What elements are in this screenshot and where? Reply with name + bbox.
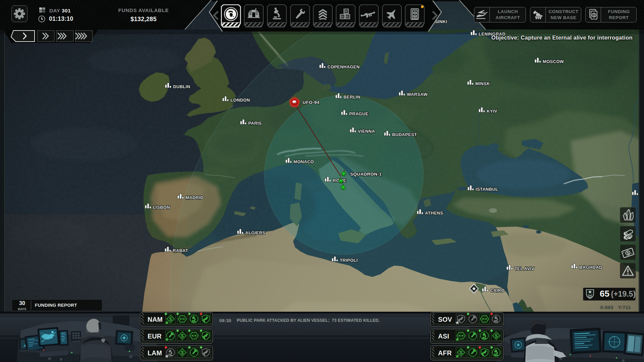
svg-text:$: $ [181,333,184,339]
svg-text:CAIRO: CAIRO [490,288,504,293]
svg-text:TEL AVIV: TEL AVIV [515,266,534,271]
svg-text:TRIPOLI: TRIPOLI [340,258,358,263]
svg-text:LISBON: LISBON [153,205,170,210]
svg-text:ATHENS: ATHENS [425,210,443,216]
svg-text:WARSAW: WARSAW [407,92,428,97]
svg-text:RABAT: RABAT [173,248,188,253]
svg-text:PRAGUE: PRAGUE [349,111,368,116]
svg-text:PARIS: PARIS [248,121,262,126]
svg-text:MADRID: MADRID [185,195,204,200]
svg-text:MONACO: MONACO [293,159,314,164]
svg-text:LONDON: LONDON [230,98,250,103]
svg-text:ISTANBUL: ISTANBUL [476,187,498,192]
svg-text:$: $ [181,350,184,355]
svg-text:VIENNA: VIENNA [358,129,375,134]
svg-text:ALGIERS: ALGIERS [245,230,265,235]
svg-text:BERLIN: BERLIN [343,95,360,100]
svg-text:MOSCOW: MOSCOW [543,59,564,64]
svg-text:SQUADRON-1: SQUADRON-1 [350,172,382,177]
svg-text:MINSK: MINSK [475,81,490,86]
svg-text:BUDAPEST: BUDAPEST [392,132,417,137]
svg-text:COPENHAGEN: COPENHAGEN [327,64,360,69]
svg-text:$: $ [495,333,498,339]
svg-text:BAGHDAD: BAGHDAD [579,265,602,270]
svg-text:KYIV: KYIV [487,109,497,114]
svg-text:$: $ [593,13,595,17]
svg-text:DUBLIN: DUBLIN [173,84,190,89]
svg-text:UFO-94: UFO-94 [303,100,320,105]
